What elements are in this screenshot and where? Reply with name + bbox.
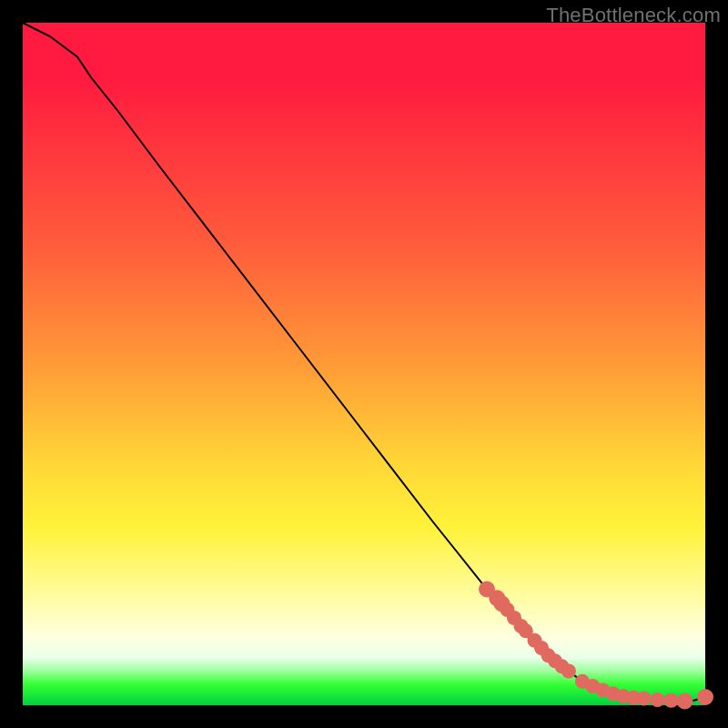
data-marker bbox=[651, 693, 665, 707]
watermark-text: TheBottleneck.com bbox=[546, 4, 721, 27]
marker-group bbox=[479, 581, 713, 710]
data-marker bbox=[664, 693, 679, 708]
data-marker bbox=[637, 692, 652, 706]
data-marker bbox=[677, 693, 693, 710]
data-marker bbox=[697, 689, 713, 705]
chart-overlay bbox=[23, 23, 705, 705]
data-marker bbox=[561, 664, 576, 679]
chart-stage: TheBottleneck.com bbox=[0, 0, 728, 728]
plot-area bbox=[23, 23, 705, 705]
bottleneck-curve bbox=[23, 23, 705, 702]
